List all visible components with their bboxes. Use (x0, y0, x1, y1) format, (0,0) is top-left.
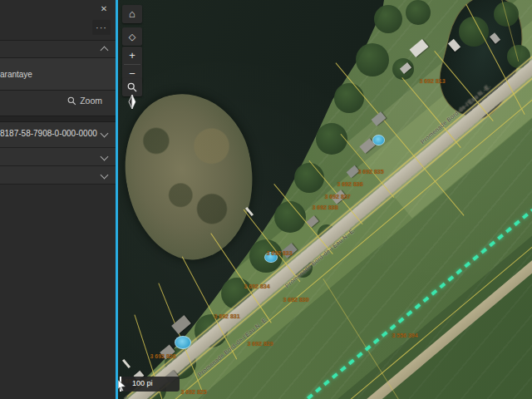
plus-icon: + (129, 49, 135, 62)
chevron-down-icon (101, 130, 109, 138)
zoom-to-result-row: Zoom (0, 90, 116, 116)
panel-empty-area (0, 185, 116, 340)
lot-number-label: 3 692 838 (312, 204, 337, 210)
results-panel: ✕ ··· arantaye Zoom 8187-58-7908-0-000-0… (0, 0, 116, 399)
swimming-pool (175, 336, 191, 349)
scale-label: 100 pi (132, 379, 153, 387)
home-button[interactable]: ⌂ (122, 5, 142, 23)
default-extent-button[interactable]: ◇ (122, 27, 142, 46)
cursor-pointer (118, 379, 126, 392)
zoom-in-button[interactable]: + (122, 47, 142, 65)
close-icon[interactable]: ✕ (97, 2, 111, 16)
tree-canopy (334, 83, 364, 113)
lot-number-label: 3 692 813 (419, 78, 445, 84)
lot-number-label: 3 692 833 (266, 250, 292, 256)
location-result-row[interactable]: arantaye (0, 57, 116, 90)
lot-number-label: 3 692 836 (337, 181, 362, 187)
divider (124, 64, 140, 65)
lot-number-label: 3 692 825 (180, 389, 206, 395)
divider (0, 116, 116, 122)
location-text: arantaye (0, 70, 32, 79)
panel-toolbar: ··· (0, 18, 116, 40)
diamond-icon: ◇ (129, 32, 135, 42)
zoom-button-label: Zoom (80, 96, 102, 106)
lot-number-label: 3 692 830 (283, 297, 308, 303)
compass-needle-icon (126, 94, 139, 111)
map-view[interactable]: Promenade Bord-de-l'Eau N.-E. Promenade … (118, 0, 532, 399)
panel-header: ✕ (0, 0, 116, 18)
lot-number-label: 3 556 394 (392, 332, 417, 338)
tree-canopy (316, 123, 347, 155)
chevron-down-icon (101, 171, 109, 180)
cadastre-section-header[interactable]: 8187-58-7908-0-000-0000 (0, 122, 116, 148)
lot-number-label: 3 692 834 (244, 283, 269, 289)
chevron-down-icon (101, 153, 109, 161)
more-options-button[interactable]: ··· (92, 20, 111, 35)
magnifier-icon (67, 96, 76, 106)
building (409, 39, 428, 57)
lot-number-label: 3 692 829 (247, 341, 273, 347)
tree-canopy (294, 163, 324, 193)
zoom-button[interactable]: Zoom (67, 96, 102, 106)
lot-number-label: 3 692 835 (357, 169, 383, 175)
cadastre-number-label: 8187-58-7908-0-000-0000 (0, 129, 97, 138)
search-icon (127, 82, 137, 92)
tree-canopy (374, 5, 402, 33)
home-icon: ⌂ (129, 7, 135, 20)
map-focus-outline (116, 0, 118, 399)
swimming-pool (372, 135, 385, 145)
scale-bar: 100 pi (120, 377, 180, 392)
compass-button[interactable] (126, 94, 139, 111)
collapsed-section-2[interactable] (0, 148, 116, 166)
tree-canopy (356, 43, 389, 76)
collapsed-section-3[interactable] (0, 166, 116, 185)
app-window: ✕ ··· arantaye Zoom 8187-58-7908-0-000-0… (0, 0, 532, 399)
lot-number-label: 3 692 837 (324, 194, 350, 200)
collapse-results-row[interactable] (0, 41, 116, 57)
lot-number-label: 3 692 831 (214, 313, 239, 319)
lot-number-label: 3 692 826 (150, 353, 175, 359)
chevron-up-icon (101, 47, 109, 55)
tree-canopy (406, 0, 431, 25)
